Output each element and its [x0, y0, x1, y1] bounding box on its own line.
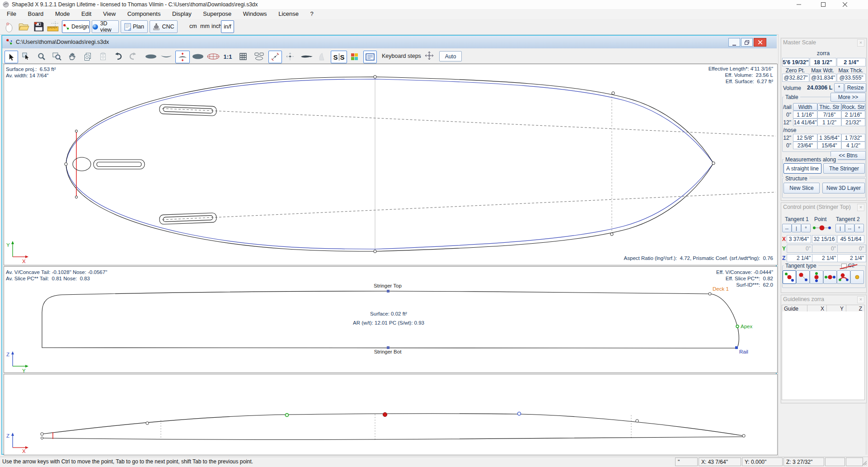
rocker-view-panel[interactable]	[4, 374, 778, 455]
guidelines-close-icon[interactable]: ×	[857, 296, 864, 303]
doc-restore-button[interactable]	[741, 38, 753, 47]
control-point-close-icon[interactable]: ×	[857, 204, 864, 211]
tail-row0-thic[interactable]: 7/16"	[817, 111, 841, 118]
zero-pt-value[interactable]: @32.827"	[782, 74, 809, 82]
document-title-bar[interactable]: C:\Users\thoma\Downloads\regi.s3dx	[2, 36, 777, 49]
pan-tool[interactable]	[66, 51, 79, 62]
z-tangent2-field[interactable]: 2 1/4"	[837, 254, 866, 262]
t2-vertical-button[interactable]: |	[835, 224, 845, 232]
slice-view-panel[interactable]	[4, 266, 778, 373]
t2-free-button[interactable]: --	[845, 224, 854, 232]
curvature-tool[interactable]: S S	[331, 51, 347, 63]
t1-angle-button[interactable]: °	[801, 224, 811, 232]
menu-display[interactable]: Display	[167, 9, 197, 19]
thickness-value[interactable]: 2 1/4"	[837, 58, 866, 66]
t1-free-button[interactable]: --	[782, 224, 792, 232]
minimize-button[interactable]	[788, 0, 809, 9]
wizard-icon[interactable]	[4, 21, 14, 33]
close-button[interactable]	[835, 0, 855, 9]
z-point-field[interactable]: 2 1/4"	[812, 254, 838, 262]
open-folder-icon[interactable]	[18, 22, 30, 32]
deck-view-tool[interactable]	[191, 51, 205, 62]
guidelines-header-x[interactable]: X	[807, 305, 827, 312]
thickness-view-tool[interactable]	[175, 51, 190, 63]
nose-row12-width[interactable]: 12 5/8"	[793, 134, 817, 142]
max-wdt-value[interactable]: @31.834"	[810, 74, 836, 82]
tail-row0-width[interactable]: 1 1/16"	[793, 111, 817, 118]
nose-row12-rock[interactable]: 1 7/32"	[841, 134, 865, 142]
tail-row0-rock[interactable]: 2 1/16"	[841, 111, 865, 118]
design-mode-button[interactable]: Design	[62, 20, 90, 33]
colors-icon[interactable]	[348, 51, 361, 62]
menu-edit[interactable]: Edit	[76, 9, 96, 19]
menu-superpose[interactable]: Superpose	[198, 9, 236, 19]
width-value[interactable]: 18 1/2"	[810, 58, 836, 66]
x-tangent1-field[interactable]: 3 37/64"	[787, 235, 811, 243]
save-icon[interactable]	[33, 21, 44, 32]
menu-file[interactable]: File	[2, 9, 21, 19]
tail-row12-rock[interactable]: 21/32"	[841, 118, 865, 126]
select-tool[interactable]	[5, 51, 18, 63]
master-scale-close-icon[interactable]: ×	[857, 39, 864, 47]
undo-icon[interactable]	[112, 51, 125, 62]
rocker-control-points[interactable]	[41, 412, 745, 439]
3d-view-button[interactable]: 3D view	[92, 20, 119, 33]
guidelines-tool[interactable]	[268, 51, 282, 63]
z-tangent1-field[interactable]: 2 1/4"	[787, 254, 813, 262]
slice-control-points[interactable]	[387, 290, 739, 349]
cnc-button[interactable]: CNC	[150, 20, 178, 33]
t1-vertical-button[interactable]: |	[792, 224, 801, 232]
copy-icon[interactable]	[81, 51, 94, 62]
new-3d-layer-button[interactable]: New 3D Layer	[822, 183, 865, 193]
nose-row0-thic[interactable]: 15/64"	[817, 142, 841, 149]
resize-grip-icon[interactable]	[862, 461, 867, 466]
zoom-tool[interactable]	[35, 51, 48, 62]
tangent-type-point[interactable]	[850, 270, 864, 284]
fin-boxes[interactable]	[73, 104, 216, 225]
tail-row12-thic[interactable]: 1 1/2"	[817, 118, 841, 126]
tangent-type-broken[interactable]	[796, 270, 810, 284]
board-arrow-tool[interactable]	[299, 51, 314, 62]
x-point-field[interactable]: 32 15/16	[812, 235, 836, 243]
slice-drawing[interactable]	[4, 267, 777, 372]
nose-row0-width[interactable]: 23/64"	[793, 142, 817, 149]
unit-mm[interactable]: mm	[200, 23, 210, 29]
rock-col-button[interactable]: Rock. Str	[841, 103, 865, 111]
tangent-type-horizontal[interactable]	[823, 270, 837, 284]
outline-view-panel[interactable]	[4, 64, 778, 265]
slices-list-icon[interactable]	[252, 51, 267, 62]
menu-components[interactable]: Components	[122, 9, 166, 19]
volume-star-button[interactable]: *	[834, 83, 844, 92]
move-steps-icon[interactable]	[425, 51, 434, 60]
resize-button[interactable]: Resize	[845, 83, 866, 92]
auto-button[interactable]: Auto	[439, 51, 462, 61]
outline-control-points[interactable]	[65, 75, 715, 253]
guidelines-header-y[interactable]: Y	[826, 305, 846, 312]
nose-row12-thic[interactable]: 1 35/64"	[817, 134, 841, 142]
menu-mode[interactable]: Mode	[50, 9, 75, 19]
t2-angle-button[interactable]: °	[854, 224, 864, 232]
guidelines-header-z[interactable]: Z	[846, 305, 865, 312]
the-stringer-button[interactable]: The Stringer	[823, 163, 865, 174]
one-to-one-button[interactable]: 1:1	[221, 51, 234, 62]
group-select-tool[interactable]	[20, 51, 33, 62]
x-tangent2-field[interactable]: 45 51/64	[837, 235, 864, 243]
more-button[interactable]: More >>	[830, 93, 866, 102]
new-slice-button[interactable]: New Slice	[784, 183, 820, 193]
width-col-button[interactable]: Width	[793, 103, 817, 111]
doc-close-button[interactable]	[754, 38, 766, 47]
wireframe-view-tool[interactable]	[206, 51, 221, 62]
zoom-window-tool[interactable]	[51, 51, 63, 62]
ruler-icon[interactable]	[47, 21, 60, 33]
unit-inf[interactable]: in/f	[221, 20, 234, 33]
max-thck-value[interactable]: @33.555"	[837, 74, 866, 82]
maximize-button[interactable]	[813, 0, 834, 9]
outline-view-tool[interactable]	[144, 51, 158, 62]
unit-cm[interactable]: cm	[189, 23, 197, 29]
menu-windows[interactable]: Windows	[238, 9, 272, 19]
menu-board[interactable]: Board	[23, 9, 49, 19]
guidelines-table-body[interactable]	[782, 311, 865, 400]
unit-inch[interactable]: inch	[211, 23, 222, 29]
menu-view[interactable]: View	[98, 9, 121, 19]
tangent-type-angle[interactable]	[837, 270, 850, 284]
